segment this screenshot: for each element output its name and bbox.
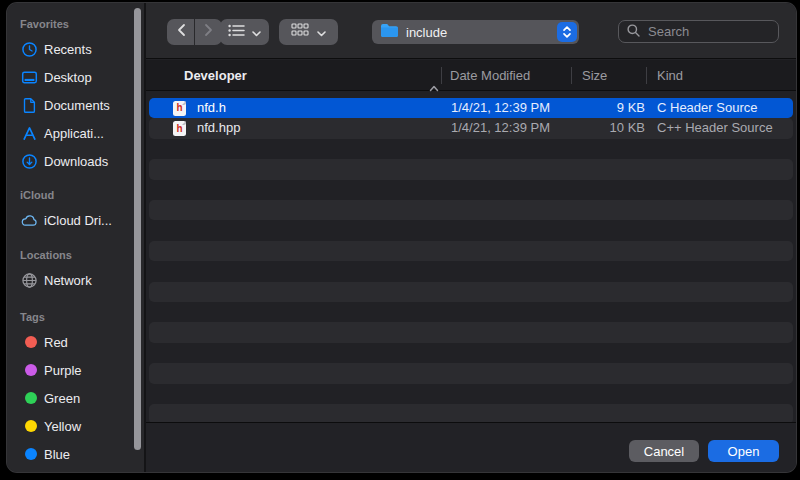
file-icon-letter: h: [176, 103, 182, 113]
column-header-developer[interactable]: Developer: [184, 60, 247, 91]
file-row[interactable]: hnfd.h1/4/21, 12:39 PM9 KBC Header Sourc…: [149, 98, 793, 118]
column-header-row: Developer Date Modified Size Kind: [146, 60, 796, 91]
open-button[interactable]: Open: [708, 440, 779, 462]
globe-icon: [21, 272, 38, 289]
sidebar-item-applicati[interactable]: Applicati...: [7, 119, 144, 147]
file-name: nfd.h: [197, 98, 226, 118]
sidebar-item-label: Purple: [44, 363, 82, 378]
toolbar: include: [146, 3, 796, 59]
header-file-icon: h: [173, 101, 186, 117]
sidebar-section: TagsRedPurpleGreenYellowBlueAll Tags: [7, 306, 144, 473]
list-view-button[interactable]: [220, 19, 269, 45]
file-date-modified: 1/4/21, 12:39 PM: [451, 118, 550, 138]
empty-row: [149, 139, 793, 159]
sidebar-section: FavoritesRecentsDesktopDocumentsApplicat…: [7, 13, 144, 175]
empty-row: [149, 343, 793, 363]
sidebar-item-label: iCloud Dri...: [44, 213, 112, 228]
sidebar-item-label: Red: [44, 335, 68, 350]
forward-button[interactable]: [195, 19, 222, 45]
empty-row: [149, 220, 793, 240]
sidebar: FavoritesRecentsDesktopDocumentsApplicat…: [7, 3, 146, 472]
sidebar-item-icloud-dri[interactable]: iCloud Dri...: [7, 206, 144, 234]
file-kind: C Header Source: [657, 98, 757, 118]
column-separator: [571, 67, 572, 84]
sidebar-section-title: Favorites: [7, 13, 144, 35]
screen: FavoritesRecentsDesktopDocumentsApplicat…: [0, 0, 800, 480]
tag-dot: [21, 446, 38, 463]
column-header-date-modified[interactable]: Date Modified: [450, 60, 530, 91]
sidebar-item-downloads[interactable]: Downloads: [7, 147, 144, 175]
document-icon: [21, 97, 38, 114]
empty-row: [149, 363, 793, 383]
sidebar-item-all-tags[interactable]: All Tags: [7, 468, 144, 473]
download-circle-icon: [21, 153, 38, 170]
sidebar-section-title: Tags: [7, 306, 144, 328]
dropdown-stepper-icon: [557, 22, 577, 42]
sidebar-item-yellow[interactable]: Yellow: [7, 412, 144, 440]
sidebar-item-red[interactable]: Red: [7, 328, 144, 356]
search-icon: [627, 23, 640, 41]
search-field[interactable]: [618, 20, 779, 43]
chevron-down-icon: [317, 23, 326, 41]
chevron-right-icon: [204, 23, 214, 41]
cloud-icon: [21, 212, 38, 229]
sidebar-section: iCloudiCloud Dri...: [7, 184, 144, 234]
sidebar-item-label: Recents: [44, 42, 92, 57]
sidebar-item-label: Green: [44, 391, 80, 406]
empty-row: [149, 241, 793, 261]
file-open-dialog: FavoritesRecentsDesktopDocumentsApplicat…: [6, 2, 797, 473]
folder-dropdown-label: include: [406, 25, 557, 40]
sidebar-section: LocationsNetwork: [7, 244, 144, 294]
sidebar-item-label: Desktop: [44, 70, 92, 85]
file-row[interactable]: hnfd.hpp1/4/21, 12:39 PM10 KBC++ Header …: [149, 118, 793, 138]
empty-row: [149, 322, 793, 342]
back-button[interactable]: [167, 19, 194, 45]
sidebar-section-title: iCloud: [7, 184, 144, 206]
sidebar-item-green[interactable]: Green: [7, 384, 144, 412]
dialog-footer: Cancel Open: [146, 422, 796, 473]
folder-icon: [380, 23, 399, 42]
file-size: 10 KB: [571, 118, 645, 138]
tag-dot: [21, 334, 38, 351]
sidebar-item-purple[interactable]: Purple: [7, 356, 144, 384]
sidebar-item-label: Documents: [44, 98, 110, 113]
tag-dot: [21, 418, 38, 435]
tag-dot: [21, 390, 38, 407]
file-date-modified: 1/4/21, 12:39 PM: [451, 98, 550, 118]
search-input[interactable]: [646, 23, 770, 40]
column-header-size[interactable]: Size: [582, 60, 607, 91]
tag-dot: [21, 362, 38, 379]
sidebar-item-label: Yellow: [44, 419, 81, 434]
file-list[interactable]: hnfd.h1/4/21, 12:39 PM9 KBC Header Sourc…: [146, 92, 796, 422]
header-file-icon: h: [173, 121, 186, 137]
column-header-kind[interactable]: Kind: [657, 60, 683, 91]
sidebar-item-recents[interactable]: Recents: [7, 35, 144, 63]
file-size: 9 KB: [571, 98, 645, 118]
file-name: nfd.hpp: [197, 118, 240, 138]
sidebar-item-label: Downloads: [44, 154, 108, 169]
empty-row: [149, 159, 793, 179]
file-kind: C++ Header Source: [657, 118, 773, 138]
sidebar-item-blue[interactable]: Blue: [7, 440, 144, 468]
clock-icon: [21, 41, 38, 58]
sidebar-item-documents[interactable]: Documents: [7, 91, 144, 119]
sidebar-item-network[interactable]: Network: [7, 266, 144, 294]
empty-row: [149, 180, 793, 200]
file-icon-letter: h: [176, 124, 182, 134]
sidebar-item-desktop[interactable]: Desktop: [7, 63, 144, 91]
empty-row: [149, 261, 793, 281]
column-separator: [441, 67, 442, 84]
empty-row: [149, 200, 793, 220]
sidebar-item-label: Network: [44, 273, 92, 288]
group-view-button[interactable]: [279, 19, 338, 45]
column-separator: [646, 67, 647, 84]
empty-row: [149, 282, 793, 302]
folder-dropdown[interactable]: include: [372, 20, 579, 44]
chevron-down-icon: [252, 23, 261, 41]
desktop-icon: [21, 69, 38, 86]
list-view-icon: [228, 23, 245, 41]
cancel-button[interactable]: Cancel: [629, 440, 699, 462]
empty-row: [149, 384, 793, 404]
grid-view-icon: [291, 23, 309, 41]
empty-row: [149, 302, 793, 322]
